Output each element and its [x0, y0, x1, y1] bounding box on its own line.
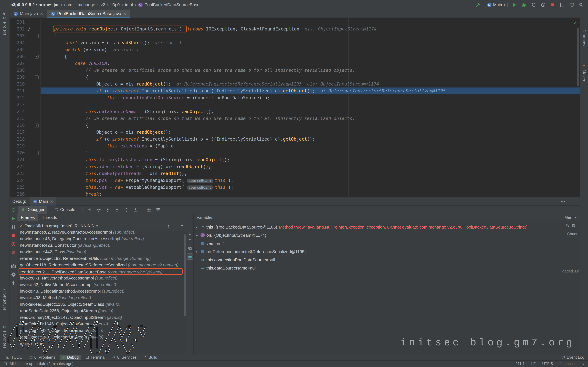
expand-chevron-icon[interactable]: ▸ [194, 223, 200, 231]
line-number[interactable]: 222 [10, 163, 25, 170]
line-number[interactable]: 207 [10, 60, 25, 67]
caret-position[interactable]: 211:1 [516, 362, 525, 366]
line-number[interactable]: 208 [10, 67, 25, 74]
step-over-icon[interactable] [96, 207, 101, 212]
editor-tab[interactable]: CPoolBackedDataSourceBase.java× [47, 10, 130, 17]
stack-frame-row[interactable]: readOrdinaryObject:2147, ObjectInputStre… [20, 314, 186, 321]
line-number[interactable]: 211 [10, 87, 25, 94]
line-number[interactable]: 203 [10, 33, 25, 39]
file-encoding[interactable]: UTF-8 [542, 362, 553, 366]
duplicate-watch-icon[interactable] [188, 246, 192, 250]
debug-button[interactable] [522, 2, 527, 7]
scroll-down-icon[interactable]: ▼ [188, 238, 192, 242]
line-number[interactable]: 218 [10, 136, 25, 142]
view-breakpoints-icon[interactable] [11, 242, 16, 247]
breadcrumb-item[interactable]: v2 [101, 2, 105, 7]
search-everywhere-icon[interactable] [579, 2, 584, 7]
breadcrumb-item[interactable]: PoolBackedDataSourceBase [145, 2, 199, 7]
stack-frame-row[interactable]: getObject:118, ReferenceIndirector$Refer… [20, 262, 186, 268]
line-number[interactable]: 216 [10, 122, 25, 129]
add-watch-button[interactable]: + [188, 216, 192, 222]
run-button[interactable] [512, 2, 517, 7]
breadcrumb-jar[interactable]: c3p0-0.9.5.2-sources.jar [10, 2, 59, 7]
step-into-icon[interactable] [105, 207, 110, 212]
toolwindow-button-todo[interactable]: TODO [4, 355, 25, 360]
profiler-button[interactable] [541, 2, 546, 7]
line-number[interactable]: 219 [10, 142, 25, 150]
breadcrumb-item[interactable]: c3p0 [110, 2, 120, 7]
variable-row[interactable]: ▸o = {ReferenceIndirector$ReferenceSeria… [194, 248, 561, 256]
variable-row[interactable]: ▸≡this = {PoolBackedDataSource@1185}Meth… [194, 223, 561, 231]
line-number[interactable]: 204 [10, 39, 25, 46]
line-number[interactable]: 210 [10, 81, 25, 87]
line-number[interactable]: 223 [10, 170, 25, 177]
run-config-selector[interactable]: M Main ▾ [485, 2, 508, 8]
thread-dump-camera-icon[interactable] [11, 264, 16, 268]
stack-frame-row[interactable]: invoke:43, DelegatingMethodAccessorImpl … [20, 288, 186, 294]
close-icon[interactable]: × [50, 199, 53, 204]
tab-frames[interactable]: Frames [17, 214, 38, 221]
line-number[interactable]: 202 [10, 25, 25, 33]
fold-marker[interactable] [33, 53, 41, 60]
line-number[interactable]: 217 [10, 129, 25, 136]
rerun-icon[interactable] [11, 208, 16, 212]
evaluate-expression-icon[interactable] [147, 207, 151, 212]
toolwindow-button-6-problems[interactable]: 6: Problems [27, 355, 58, 360]
minimize-icon[interactable]: — [571, 199, 575, 204]
structure-stripe-label[interactable]: 7: Structure [2, 288, 7, 311]
expand-chevron-icon[interactable]: ▸ [194, 248, 200, 256]
indent-setting[interactable]: 4 spaces [560, 362, 575, 366]
toolwindow-button-8-services[interactable]: 8: Services [110, 355, 139, 360]
frame-down-icon[interactable]: ↓ [174, 224, 176, 229]
sidebar-item-maven[interactable]: m Maven [580, 64, 588, 83]
line-number[interactable]: 225 [10, 184, 25, 191]
project-stripe-label[interactable]: 1: Project [2, 17, 7, 35]
line-number[interactable]: 205 [10, 46, 25, 53]
stop-button[interactable] [550, 2, 555, 7]
restore-layout-icon[interactable] [560, 2, 565, 7]
line-separator[interactable]: LF [531, 362, 536, 366]
expand-chevron-icon[interactable]: ▸ [194, 231, 200, 239]
frames-scrollbar[interactable] [184, 234, 186, 316]
line-number[interactable]: 224 [10, 177, 25, 184]
stack-frame-row[interactable]: readObject:211, PoolBackedDataSourceBase… [18, 268, 183, 275]
stack-frame-row[interactable]: invoke:498, Method (java.lang.reflect) [20, 294, 186, 301]
inspections-ok-icon[interactable]: ✓ [573, 20, 577, 26]
step-out-icon[interactable] [124, 207, 129, 212]
fold-marker[interactable] [33, 74, 41, 81]
memory-gear-icon[interactable] [571, 224, 576, 228]
scroll-up-icon[interactable]: ▲ [188, 232, 192, 236]
stack-frame-row[interactable]: invokeReadObject:1185, ObjectStreamClass… [20, 301, 186, 308]
memory-tab[interactable]: Mem ▾ [561, 214, 580, 221]
favorites-stripe-label[interactable]: 2: Favorites [2, 326, 7, 349]
debug-session-tab[interactable]: M Main × [30, 197, 56, 205]
run-to-cursor-icon[interactable] [133, 207, 138, 212]
stack-frame-row[interactable]: referenceToObject:92, ReferenceableUtils… [20, 255, 186, 262]
sidebar-item-project[interactable]: 1: Project [0, 11, 9, 35]
line-number[interactable]: 213 [10, 101, 25, 108]
debug-settings-gear-icon[interactable] [561, 200, 565, 203]
fold-marker[interactable] [33, 150, 41, 156]
variable-row[interactable]: ▸pois = {ObjectInputStream@1174} [194, 231, 561, 239]
stack-frame-row[interactable]: newInstance:45, DelegatingConstructorAcc… [20, 235, 186, 242]
database-stripe-label[interactable]: Database [582, 30, 586, 48]
line-number[interactable]: 206 [10, 53, 25, 60]
toolwindow-button-build[interactable]: Build [141, 355, 160, 360]
line-number[interactable]: 221 [10, 156, 25, 163]
close-icon[interactable]: × [40, 11, 43, 16]
line-number[interactable]: 209 [10, 74, 25, 81]
fold-marker[interactable] [33, 33, 41, 39]
layout-settings-icon[interactable] [156, 207, 161, 212]
editor-scrollbar[interactable] [577, 27, 579, 86]
show-execution-point-icon[interactable] [87, 207, 92, 212]
show-watches-toggle[interactable] [187, 253, 193, 260]
variable-row[interactable]: ∞this.connectionPoolDataSource = null [194, 256, 561, 264]
stack-frame-row[interactable]: newInstance:423, Constructor (java.lang.… [20, 242, 186, 249]
pin-icon[interactable] [11, 281, 16, 286]
mute-breakpoints-icon[interactable] [11, 250, 16, 255]
variable-row[interactable]: version = 1 [194, 239, 561, 248]
build-hammer-icon[interactable] [476, 2, 481, 7]
stack-frame-row[interactable]: readSerialData:2256, ObjectInputStream (… [20, 308, 186, 314]
stack-frame-row[interactable]: newInstance:62, NativeConstructorAccesso… [20, 229, 186, 235]
sidebar-item-database[interactable]: Database [580, 30, 588, 48]
